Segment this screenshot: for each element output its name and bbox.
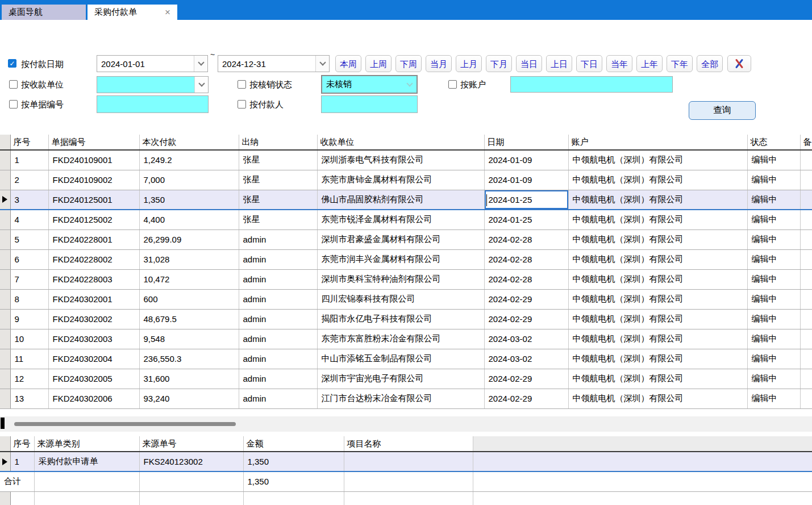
cell-amount[interactable]: 1,350 [243,452,344,471]
writeoff-filter-checkbox[interactable] [238,80,246,89]
cell-payee[interactable]: 江门市台达粉末冶金有限公司 [317,389,484,408]
cell-status[interactable]: 编辑中 [747,249,800,269]
cell-doc_no[interactable]: FKD240228002 [48,249,139,269]
cell-seq[interactable]: 9 [10,309,48,329]
cell-status[interactable]: 编辑中 [747,289,800,309]
cell-date[interactable]: 2024-03-02 [484,329,568,349]
cell-account[interactable]: 中领航电机（深圳）有限公司 [568,190,747,210]
chevron-down-icon[interactable] [403,76,417,93]
cell-remark[interactable] [800,289,812,309]
cell-account[interactable]: 中领航电机（深圳）有限公司 [568,349,747,369]
cell-account[interactable]: 中领航电机（深圳）有限公司 [568,309,747,329]
cell-seq[interactable]: 7 [10,269,48,289]
cell-amount[interactable]: 93,240 [139,389,239,408]
cell-date[interactable]: 2024-02-29 [484,309,568,329]
cell-cashier[interactable]: 张星 [239,210,317,229]
cell-status[interactable]: 编辑中 [747,170,800,190]
doc-no-filter-checkbox[interactable] [9,100,18,108]
cell-date[interactable]: 2024-02-29 [484,389,568,408]
cell-account[interactable]: 中领航电机（深圳）有限公司 [568,170,747,190]
row-selector[interactable] [0,249,10,269]
table-row[interactable]: 1FKD2401090011,249.2张星深圳浙泰电气科技有限公司2024-0… [0,150,812,170]
cell-doc_no[interactable]: FKD240302002 [48,309,139,329]
column-header[interactable]: 本次付款 [139,135,239,150]
cell-cashier[interactable]: admin [239,289,317,309]
cell-payee[interactable]: 深圳市奥科宝特种油剂有限公司 [317,269,484,289]
cell-status[interactable]: 编辑中 [747,190,800,210]
cell-amount[interactable]: 10,472 [139,269,239,289]
cell-seq[interactable]: 5 [10,229,48,249]
account-filter-checkbox[interactable] [448,80,457,89]
cell-cashier[interactable]: admin [239,229,317,249]
column-header[interactable]: 序号 [10,135,48,150]
date-to-select[interactable]: 2024-12-31 [218,55,330,72]
cell-remark[interactable] [800,210,812,229]
column-header[interactable]: 项目名称 [344,436,473,452]
cell-payee[interactable]: 中山市添铭五金制品有限公司 [317,349,484,369]
column-header[interactable]: 序号 [10,436,34,452]
cell-remark[interactable] [800,369,812,389]
cell-remark[interactable] [800,269,812,289]
column-header[interactable]: 备 [800,135,812,150]
cell-seq[interactable]: 13 [10,389,48,408]
cell-seq[interactable]: 4 [10,210,48,229]
table-row[interactable]: 1采购付款申请单FKS2401230021,350 [0,452,812,471]
cell-cashier[interactable]: 张星 [239,150,317,170]
table-row[interactable]: 7FKD24022800310,472admin深圳市奥科宝特种油剂有限公司20… [0,269,812,289]
row-selector[interactable] [0,190,10,210]
horizontal-scrollbar[interactable] [0,416,812,432]
cell-project[interactable] [344,452,473,471]
cell-payee[interactable]: 深圳市宇宙光电子有限公司 [317,369,484,389]
cell-status[interactable]: 编辑中 [747,389,800,408]
table-row[interactable]: 3FKD2401250011,350张星佛山市晶固胶粘剂有限公司2024-01-… [0,190,812,210]
cell-payee[interactable]: 四川宏锦泰科技有限公司 [317,289,484,309]
cell-account[interactable]: 中领航电机（深圳）有限公司 [568,249,747,269]
cell-doc_no[interactable]: FKD240228001 [48,229,139,249]
cell-cashier[interactable]: 张星 [239,190,317,210]
quick-date-button-4[interactable]: 上月 [456,55,482,72]
quick-date-button-11[interactable]: 下年 [667,55,693,72]
row-selector[interactable] [0,289,10,309]
cell-amount[interactable]: 1,249.2 [139,150,239,170]
cell-account[interactable]: 中领航电机（深圳）有限公司 [568,229,747,249]
writeoff-status-select[interactable]: 未核销 [321,75,418,94]
cell-date[interactable]: 2024-02-28 [484,249,568,269]
quick-date-button-2[interactable]: 下周 [395,55,422,72]
cell-account[interactable]: 中领航电机（深圳）有限公司 [568,289,747,309]
cell-doc_no[interactable]: FKD240302001 [48,289,139,309]
cell-cashier[interactable]: admin [239,309,317,329]
cell-cashier[interactable]: admin [239,389,317,408]
cell-account[interactable]: 中领航电机（深圳）有限公司 [568,329,747,349]
cell-remark[interactable] [800,349,812,369]
payment-date-filter-checkbox[interactable]: ✓ [8,59,16,68]
table-row[interactable]: 5FKD24022800126,299.09admin深圳市君豪盛金属材料有限公… [0,229,812,249]
close-tab-icon[interactable]: × [157,7,170,18]
cell-cashier[interactable]: 张星 [239,170,317,190]
quick-date-button-1[interactable]: 上周 [365,55,392,72]
cell-amount[interactable]: 9,548 [139,329,239,349]
row-selector[interactable] [0,229,10,249]
cell-amount[interactable]: 236,550.3 [139,349,239,369]
tab-purchase-payment[interactable]: 采购付款单 × [88,5,177,20]
cell-seq[interactable]: 12 [10,369,48,389]
cell-amount[interactable]: 4,400 [139,210,239,229]
cell-account[interactable]: 中领航电机（深圳）有限公司 [568,389,747,408]
quick-date-button-8[interactable]: 下日 [576,55,602,72]
cell-doc_no[interactable]: FKD240228003 [48,269,139,289]
payee-filter-checkbox[interactable] [9,80,18,89]
column-header[interactable]: 日期 [484,135,568,150]
cell-amount[interactable]: 48,679.5 [139,309,239,329]
payer-input[interactable] [321,95,418,113]
row-selector[interactable] [0,329,10,349]
cell-remark[interactable] [800,329,812,349]
cell-status[interactable]: 编辑中 [747,309,800,329]
row-selector[interactable] [0,452,10,471]
quick-date-button-7[interactable]: 上日 [546,55,572,72]
cell-date[interactable]: 2024-01-09 [484,150,568,170]
scrollbar-thumb[interactable] [14,422,236,426]
cell-doc_no[interactable]: FKD240109001 [48,150,139,170]
cell-status[interactable]: 编辑中 [747,150,800,170]
table-row[interactable]: 9FKD24030200248,679.5admin揭阳市永亿电子科技有限公司2… [0,309,812,329]
cell-seq[interactable]: 1 [10,452,34,471]
cell-seq[interactable]: 2 [10,170,48,190]
